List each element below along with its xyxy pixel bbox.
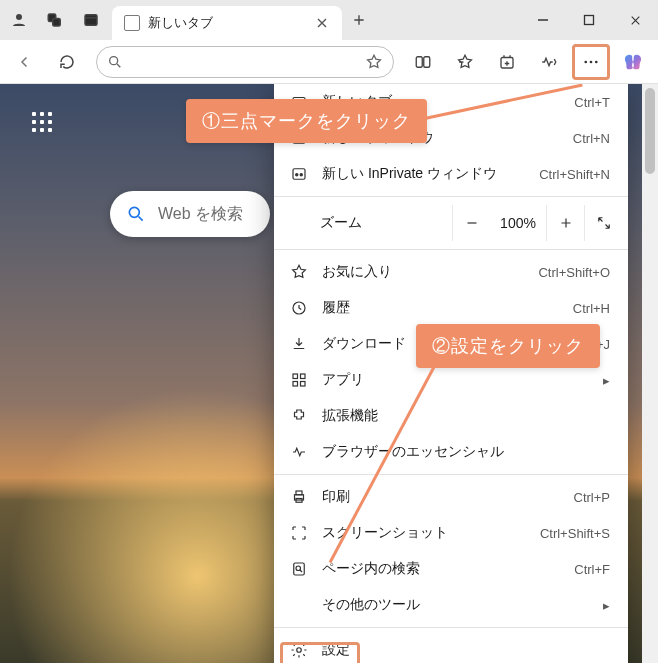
address-bar[interactable]	[96, 46, 394, 78]
annotation-highlight-settings	[280, 642, 360, 663]
svg-point-0	[16, 14, 22, 20]
svg-point-9	[584, 60, 587, 63]
scrollbar-thumb[interactable]	[645, 88, 655, 174]
search-icon	[126, 204, 146, 224]
print-icon	[290, 488, 308, 506]
extension-icon	[290, 407, 308, 425]
svg-point-17	[300, 174, 302, 176]
menu-zoom-row: ズーム 100%	[274, 201, 628, 245]
browser-essentials-button[interactable]	[530, 44, 568, 80]
vertical-scrollbar[interactable]	[642, 84, 658, 663]
page-content: Web を検索 新しいタブ Ctrl+T 新しいウィンドウ Ctrl+N 新しい…	[0, 84, 658, 663]
grid-icon	[32, 112, 52, 132]
browser-tab[interactable]: 新しいタブ	[112, 6, 342, 40]
svg-rect-3	[85, 15, 97, 26]
download-icon	[290, 335, 308, 353]
favorite-star-icon[interactable]	[365, 53, 383, 71]
heartbeat-icon	[290, 443, 308, 461]
svg-rect-21	[293, 382, 298, 387]
zoom-label: ズーム	[320, 214, 362, 232]
workspaces-icon[interactable]	[46, 11, 64, 29]
svg-point-5	[110, 56, 118, 64]
annotation-callout-1: ①三点マークをクリック	[186, 99, 427, 143]
star-icon	[290, 263, 308, 281]
menu-item-new-inprivate[interactable]: 新しい InPrivate ウィンドウ Ctrl+Shift+N	[274, 156, 628, 192]
zoom-out-button[interactable]	[452, 205, 490, 241]
menu-item-find[interactable]: ページ内の検索 Ctrl+F	[274, 551, 628, 587]
history-icon	[290, 299, 308, 317]
svg-rect-4	[585, 16, 594, 25]
chevron-right-icon: ▸	[603, 598, 610, 613]
apps-icon	[290, 371, 308, 389]
svg-point-11	[595, 60, 598, 63]
fullscreen-button[interactable]	[584, 205, 622, 241]
tab-favicon	[124, 15, 140, 31]
back-button[interactable]	[6, 44, 44, 80]
window-titlebar: 新しいタブ	[0, 0, 658, 40]
chevron-right-icon: ▸	[603, 373, 610, 388]
svg-rect-24	[296, 491, 302, 495]
svg-point-12	[129, 207, 139, 217]
svg-rect-2	[53, 19, 61, 27]
svg-point-10	[590, 60, 593, 63]
zoom-percent: 100%	[490, 215, 546, 231]
find-icon	[290, 560, 308, 578]
browser-toolbar	[0, 40, 658, 84]
svg-rect-26	[294, 563, 305, 575]
settings-dropdown-menu: 新しいタブ Ctrl+T 新しいウィンドウ Ctrl+N 新しい InPriva…	[274, 84, 628, 663]
tab-close-icon[interactable]	[314, 15, 330, 31]
collections-button[interactable]	[488, 44, 526, 80]
menu-item-favorites[interactable]: お気に入り Ctrl+Shift+O	[274, 254, 628, 290]
svg-rect-7	[424, 56, 430, 67]
svg-rect-22	[301, 382, 306, 387]
zoom-in-button[interactable]	[546, 205, 584, 241]
split-screen-button[interactable]	[404, 44, 442, 80]
svg-rect-19	[293, 374, 298, 379]
window-maximize-button[interactable]	[566, 0, 612, 40]
copilot-button[interactable]	[614, 44, 652, 80]
tab-title: 新しいタブ	[148, 14, 213, 32]
tab-actions-icon[interactable]	[82, 11, 100, 29]
svg-rect-6	[416, 56, 422, 67]
menu-item-essentials[interactable]: ブラウザーのエッセンシャル	[274, 434, 628, 470]
favorites-button[interactable]	[446, 44, 484, 80]
app-launcher-button[interactable]	[22, 102, 62, 142]
refresh-button[interactable]	[48, 44, 86, 80]
web-search-placeholder: Web を検索	[158, 204, 243, 225]
menu-item-history[interactable]: 履歴 Ctrl+H	[274, 290, 628, 326]
web-search-box[interactable]: Web を検索	[110, 191, 270, 237]
menu-item-print[interactable]: 印刷 Ctrl+P	[274, 479, 628, 515]
svg-rect-15	[293, 169, 305, 180]
profile-icon[interactable]	[10, 11, 28, 29]
annotation-callout-2: ②設定をクリック	[416, 324, 600, 368]
window-close-button[interactable]	[612, 0, 658, 40]
new-tab-button[interactable]	[342, 0, 376, 40]
menu-item-more-tools[interactable]: その他のツール ▸	[274, 587, 628, 623]
menu-item-extensions[interactable]: 拡張機能	[274, 398, 628, 434]
menu-item-screenshot[interactable]: スクリーンショット Ctrl+Shift+S	[274, 515, 628, 551]
search-icon	[107, 54, 123, 70]
window-minimize-button[interactable]	[520, 0, 566, 40]
inprivate-icon	[290, 165, 308, 183]
svg-rect-20	[301, 374, 306, 379]
more-menu-button[interactable]	[572, 44, 610, 80]
screenshot-icon	[290, 524, 308, 542]
svg-point-16	[296, 174, 298, 176]
